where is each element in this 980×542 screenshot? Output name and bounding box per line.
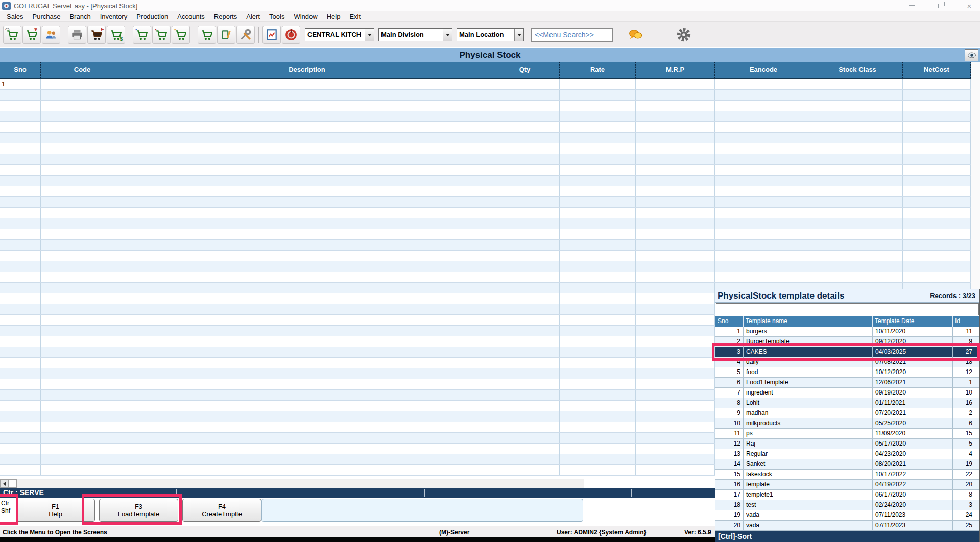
division-select[interactable]: Main Division: [378, 28, 452, 41]
menu-item-purchase[interactable]: Purchase: [28, 13, 65, 20]
stock-grid-row[interactable]: [0, 197, 971, 208]
cart-unlock-icon[interactable]: ◠: [3, 26, 21, 44]
report-icon[interactable]: [262, 26, 281, 44]
stock-grid-row[interactable]: [0, 218, 971, 229]
column-header-eancode[interactable]: Eancode: [715, 62, 812, 78]
template-column-header-template-date[interactable]: Template Date: [873, 316, 953, 327]
column-header-sno[interactable]: Sno: [0, 62, 41, 78]
template-row-madhan[interactable]: 9madhan07/20/20212: [715, 408, 979, 418]
horizontal-scrollbar[interactable]: [0, 479, 584, 488]
scrollbar-thumb[interactable]: [9, 479, 17, 488]
cart-check-icon[interactable]: [198, 26, 216, 44]
fn-button-f4[interactable]: F4CreateTmplte: [182, 499, 261, 522]
chevron-down-icon[interactable]: [514, 29, 523, 41]
column-header-description[interactable]: Description: [124, 62, 490, 78]
dark-cart-icon[interactable]: ▸: [87, 26, 106, 44]
location-select[interactable]: Main Location: [457, 28, 524, 41]
menu-item-tools[interactable]: Tools: [265, 13, 289, 20]
template-filter-input[interactable]: [716, 303, 979, 315]
minimize-button[interactable]: [906, 1, 918, 10]
template-row-daily[interactable]: 4daily07/08/202118: [715, 357, 979, 367]
tools-icon[interactable]: [236, 26, 255, 44]
chevron-down-icon[interactable]: [443, 29, 452, 41]
template-row-regular[interactable]: 13Regular04/23/20204: [715, 449, 979, 459]
menu-item-sales[interactable]: Sales: [2, 13, 28, 20]
template-row-vada[interactable]: 20vada07/11/202325: [715, 521, 979, 531]
stock-grid-row[interactable]: 1: [0, 79, 971, 90]
gear-icon[interactable]: [675, 26, 693, 44]
template-row-ps[interactable]: 11ps11/09/202015: [715, 429, 979, 439]
fn-button-f1[interactable]: F1Help: [16, 499, 95, 522]
stock-grid-row[interactable]: [0, 122, 971, 133]
stock-cell-rate: [560, 165, 636, 175]
cart-red-arrow-icon[interactable]: ▼: [22, 26, 41, 44]
cart-report-2-icon[interactable]: ▪: [152, 26, 171, 44]
stock-grid-row[interactable]: [0, 133, 971, 143]
template-column-header-sno[interactable]: Sno: [715, 316, 744, 327]
restore-button[interactable]: [935, 1, 946, 10]
menu-item-branch[interactable]: Branch: [65, 13, 95, 20]
cart-report-3-icon[interactable]: ▪: [172, 26, 190, 44]
stock-grid-row[interactable]: [0, 111, 971, 122]
stock-grid-row[interactable]: [0, 186, 971, 197]
menu-item-exit[interactable]: Exit: [345, 13, 365, 20]
chat-icon[interactable]: [626, 26, 644, 44]
menu-item-window[interactable]: Window: [289, 13, 322, 20]
chevron-down-icon[interactable]: [365, 29, 374, 41]
menu-item-alert[interactable]: Alert: [242, 13, 265, 20]
template-row-test[interactable]: 18test02/24/20203: [715, 500, 979, 510]
stock-grid-row[interactable]: [0, 176, 971, 186]
stock-grid-row[interactable]: [0, 251, 971, 261]
stock-grid-row[interactable]: [0, 101, 971, 111]
template-row-food[interactable]: 5food10/12/202012: [715, 367, 979, 378]
template-row-sanket[interactable]: 14Sanket08/20/202119: [715, 459, 979, 470]
template-column-header-id[interactable]: Id: [953, 316, 975, 327]
stock-grid-row[interactable]: [0, 261, 971, 272]
stock-grid-row[interactable]: [0, 229, 971, 240]
customers-icon[interactable]: [42, 26, 60, 44]
fn-button-f3[interactable]: F3LoadTemplate: [99, 499, 178, 522]
stock-grid-row[interactable]: [0, 208, 971, 218]
cart-report-1-icon[interactable]: ▪: [133, 26, 151, 44]
template-row-milkproducts[interactable]: 10milkproducts05/25/20206: [715, 418, 979, 429]
close-button[interactable]: ×: [964, 1, 975, 10]
company-select[interactable]: CENTRAL KITCH: [305, 28, 374, 41]
column-header-code[interactable]: Code: [41, 62, 124, 78]
stock-grid-row[interactable]: [0, 154, 971, 165]
view-eye-button[interactable]: [965, 49, 978, 61]
template-row-burgers[interactable]: 1burgers10/11/202011: [715, 327, 979, 337]
template-row-raj[interactable]: 12Raj05/17/20205: [715, 439, 979, 449]
template-row-ingredient[interactable]: 7ingredient09/19/202010: [715, 388, 979, 398]
stock-grid-row[interactable]: [0, 240, 971, 251]
menu-item-help[interactable]: Help: [322, 13, 345, 20]
stock-grid-row[interactable]: [0, 143, 971, 154]
stock-cell-m-r-p: [636, 390, 715, 400]
template-row-template[interactable]: 16template04/19/202220: [715, 480, 979, 490]
column-header-stock-class[interactable]: Stock Class: [812, 62, 903, 78]
printer-icon[interactable]: [68, 26, 86, 44]
template-row-burgertemplate[interactable]: 2BurgerTemplate09/12/20209: [715, 337, 979, 347]
menu-item-inventory[interactable]: Inventory: [95, 13, 132, 20]
column-header-m-r-p[interactable]: M.R.P: [636, 62, 715, 78]
menu-item-production[interactable]: Production: [132, 13, 173, 20]
menu-item-accounts[interactable]: Accounts: [173, 13, 209, 20]
column-header-rate[interactable]: Rate: [560, 62, 636, 78]
cart-dollar-icon[interactable]: $: [107, 26, 125, 44]
menu-item-reports[interactable]: Reports: [209, 13, 242, 20]
journal-icon[interactable]: [217, 26, 235, 44]
template-column-header-template-name[interactable]: Template name: [744, 316, 873, 327]
template-row-vada[interactable]: 19vada07/11/202324: [715, 510, 979, 521]
template-row-food1template[interactable]: 6Food1Template12/06/20211: [715, 378, 979, 388]
column-header-qty[interactable]: Qty: [490, 62, 560, 78]
template-row-cakes[interactable]: 3CAKES04/03/202527: [715, 347, 979, 357]
scroll-left-button[interactable]: [0, 479, 9, 488]
column-header-netcost[interactable]: NetCost: [903, 62, 971, 78]
stock-grid-row[interactable]: [0, 272, 971, 283]
menu-search-input[interactable]: [531, 28, 613, 42]
template-row-lohit[interactable]: 8Lohit01/11/202116: [715, 398, 979, 408]
power-icon[interactable]: [282, 26, 300, 44]
stock-grid-row[interactable]: [0, 90, 971, 101]
stock-grid-row[interactable]: [0, 165, 971, 176]
template-row-templete1[interactable]: 17templete106/17/20208: [715, 490, 979, 500]
template-row-takestock[interactable]: 15takestock10/17/202222: [715, 470, 979, 480]
